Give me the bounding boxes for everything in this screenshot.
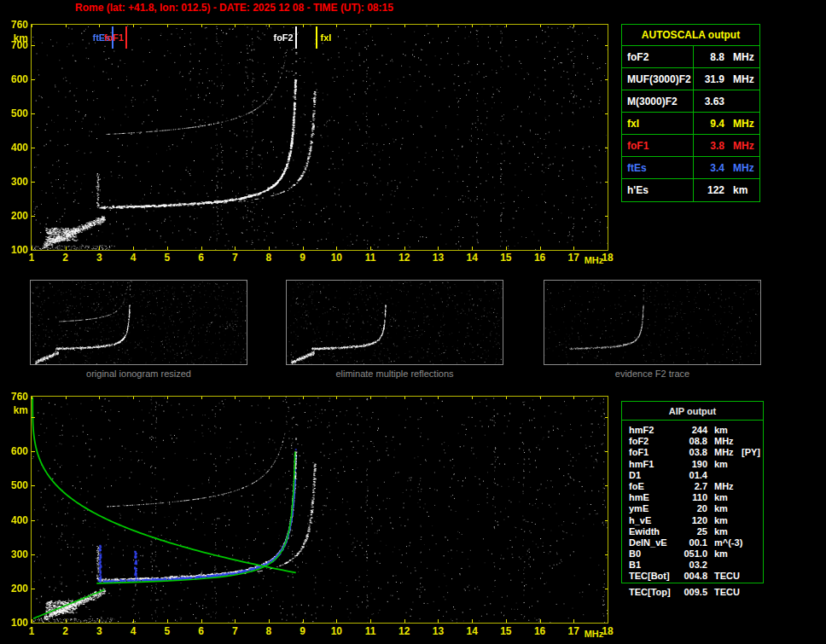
x-axis-label: 12: [393, 252, 416, 264]
x-axis-label: 1: [20, 625, 44, 637]
param-unit: km: [707, 425, 740, 436]
y-axis-label: 600: [2, 73, 28, 85]
param-value: 08.8: [677, 436, 707, 447]
thumb-eliminate-canvas: [287, 281, 503, 364]
marker-label-fxI: fxI: [321, 32, 350, 43]
x-axis-label: 11: [358, 625, 382, 637]
param-unit: [707, 470, 740, 481]
param-value: 190: [677, 459, 707, 470]
y-axis-label: 700: [2, 39, 28, 51]
thumb-eliminate-reflections: [286, 280, 503, 365]
y-axis-label: 500: [2, 479, 28, 491]
x-axis-label: 5: [155, 625, 179, 637]
param-unit: km: [707, 492, 740, 503]
x-axis-label: 6: [189, 252, 213, 264]
param-value: 110: [677, 492, 707, 503]
aip-table-rows: hmF2244kmfoF208.8MHzfoF103.8MHz[PY]hmF11…: [622, 421, 763, 583]
table-row: DelN_vE00.1m^(-3): [629, 537, 763, 548]
param-label: foF2: [622, 46, 694, 67]
param-value: 20: [677, 503, 707, 514]
tec-top-row: TEC[Top]009.5TECU: [629, 587, 764, 598]
table-row: ftEs3.4MHz: [622, 157, 759, 179]
param-unit: TECU: [707, 571, 740, 582]
param-unit: km: [707, 503, 740, 514]
param-label: MUF(3000)F2: [622, 68, 694, 90]
x-axis-label: 15: [494, 252, 518, 264]
table-row: h_vE120km: [629, 515, 763, 526]
x-axis-label: 9: [291, 625, 315, 637]
param-label: foF2: [629, 436, 677, 447]
table-row: fxI9.4MHz: [622, 113, 759, 135]
y-axis-label: 600: [2, 445, 28, 457]
param-value: 120: [677, 515, 707, 526]
autoscala-table: AUTOSCALA output foF28.8MHzMUF(3000)F231…: [621, 24, 760, 202]
param-label: h'Es: [622, 179, 694, 201]
table-row: foF103.8MHz[PY]: [629, 447, 763, 458]
param-value: 009.5: [677, 587, 707, 598]
param-unit: km: [729, 179, 759, 201]
x-axis-label: 7: [223, 625, 247, 637]
thumb-evidence-canvas: [544, 281, 760, 364]
marker-label-foF2: foF2: [265, 32, 294, 43]
param-unit: km: [707, 459, 740, 470]
param-unit: m^(-3): [707, 537, 740, 548]
thumb-original-ionogram: [30, 280, 247, 365]
x-axis-label: 12: [393, 625, 416, 637]
param-value: 03.2: [677, 560, 707, 571]
param-value: 122: [694, 179, 729, 201]
table-row: h'Es122km: [622, 179, 759, 201]
param-value: 3.8: [694, 135, 729, 156]
y-axis-label: 400: [2, 514, 28, 526]
param-label: B0: [629, 548, 677, 560]
param-value: 31.9: [694, 68, 729, 90]
y-axis-label: 300: [2, 176, 28, 188]
param-value: 01.4: [677, 470, 707, 481]
param-value: 8.8: [694, 46, 729, 67]
x-axis-label: 4: [121, 625, 145, 637]
table-row: foF28.8MHz: [622, 46, 759, 68]
param-label: fxI: [622, 113, 694, 134]
y-axis-label: 500: [2, 107, 28, 119]
x-axis-label: 8: [257, 252, 281, 264]
aip-table: AIP output hmF2244kmfoF208.8MHzfoF103.8M…: [621, 401, 764, 583]
x-axis-label: 13: [426, 252, 450, 264]
param-unit: MHz: [729, 157, 759, 178]
bottom-ionogram-plot: [31, 396, 608, 624]
y-axis-label: 200: [2, 210, 28, 222]
y-axis-unit: km: [2, 404, 28, 416]
y-axis-label: 300: [2, 548, 28, 560]
param-label: hmF1: [629, 459, 677, 470]
x-axis-label: 10: [324, 625, 348, 637]
table-row: D101.4: [629, 470, 763, 481]
y-axis-label: 760: [2, 19, 28, 31]
param-unit: MHz: [707, 481, 740, 492]
x-axis-label: 11: [358, 252, 382, 264]
param-unit: [707, 560, 740, 571]
table-row: foF13.8MHz: [622, 135, 759, 157]
x-axis-label: 2: [54, 625, 78, 637]
table-row: hmF2244km: [629, 425, 763, 436]
param-unit: [729, 90, 759, 112]
autoscala-window: Rome (lat: +41.8, lon: 012.5) - DATE: 20…: [0, 0, 826, 644]
param-unit: TECU: [707, 587, 740, 598]
param-unit: km: [707, 526, 740, 537]
y-axis-label: 760: [2, 391, 28, 403]
param-label: hmF2: [629, 425, 677, 436]
aip-table-title: AIP output: [622, 402, 763, 421]
marker-line-fxI: [316, 26, 317, 49]
caption-evidence-f2: evidence F2 trace: [544, 368, 761, 379]
x-axis-unit: MHz: [582, 629, 606, 639]
param-label: B1: [629, 560, 677, 571]
x-axis-label: 4: [121, 252, 145, 264]
autoscala-table-title: AUTOSCALA output: [622, 25, 759, 46]
x-axis-label: 6: [189, 625, 213, 637]
table-row: B0051.0km: [629, 548, 763, 560]
bottom-ionogram-canvas: [32, 397, 608, 623]
param-value: 051.0: [677, 548, 707, 560]
thumb-original-canvas: [31, 281, 247, 364]
param-value: 25: [677, 526, 707, 537]
x-axis-label: 1: [20, 252, 44, 264]
param-label: TEC[Bot]: [629, 571, 677, 582]
param-unit: MHz: [729, 135, 759, 156]
param-value: 004.8: [677, 571, 707, 582]
